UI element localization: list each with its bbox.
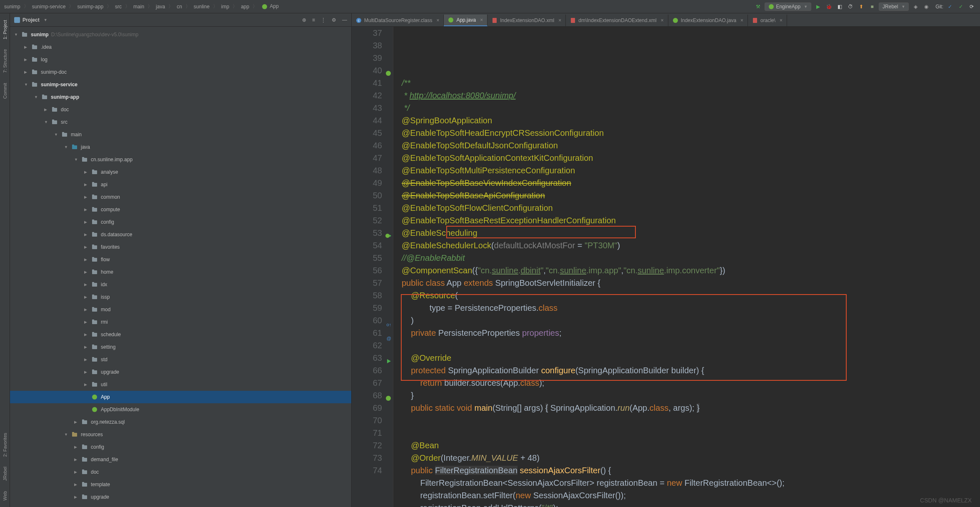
tree-node[interactable]: favorites <box>10 241 351 253</box>
code-line[interactable]: protected SpringApplicationBuilder confi… <box>402 364 980 377</box>
breadcrumb-item[interactable]: sunimp-service <box>31 4 67 10</box>
code-line[interactable]: @EnableTopSoftApplicationContextKitConfi… <box>402 152 980 164</box>
git-update-icon[interactable]: ✓ <box>946 2 954 11</box>
tree-node[interactable]: cn.sunline.imp.app <box>10 153 351 166</box>
run-button[interactable]: ▶ <box>814 2 822 11</box>
code-line[interactable]: registrationBean.addUrlPatterns("/*"); <box>402 502 980 507</box>
tree-node[interactable]: template <box>10 478 351 491</box>
git-history-icon[interactable]: ⟳ <box>968 2 976 11</box>
structure-tool-tab[interactable]: 7: Structure <box>2 46 8 76</box>
tree-node[interactable]: ds.datasource <box>10 228 351 241</box>
tree-node[interactable]: resources <box>10 428 351 441</box>
breadcrumb-item[interactable]: imp <box>220 4 230 10</box>
code-line[interactable]: @Resource( <box>402 289 980 302</box>
web-tool-tab[interactable]: Web <box>2 488 8 504</box>
gutter-marker-run[interactable] <box>385 230 391 235</box>
code-content[interactable]: /** * http://localhost:8080/sunimp/ */@S… <box>393 27 980 507</box>
close-tab-icon[interactable]: × <box>780 17 782 23</box>
debug-button[interactable]: 🐞 <box>825 2 833 11</box>
code-line[interactable]: @Bean <box>402 439 980 452</box>
select-opened-file-icon[interactable]: ⊕ <box>302 17 306 23</box>
code-line[interactable]: @EnableTopSoftBaseRestExceptionHandlerCo… <box>402 214 980 227</box>
tree-node[interactable]: sunimp-service <box>10 78 351 91</box>
attach-button[interactable]: ⬆ <box>857 2 865 11</box>
close-tab-icon[interactable]: × <box>740 17 743 23</box>
close-tab-icon[interactable]: × <box>480 17 483 23</box>
code-line[interactable]: @ComponentScan({"cn.sunline.dbinit","cn.… <box>402 264 980 277</box>
tree-node[interactable]: main <box>10 128 351 141</box>
tree-node[interactable]: sunimp-doc <box>10 66 351 78</box>
tree-node[interactable]: log <box>10 53 351 66</box>
editor-tab[interactable]: IndexExtensionDAO.java× <box>668 15 748 26</box>
settings-icon[interactable]: ⚙ <box>332 17 336 23</box>
tree-node[interactable]: common <box>10 191 351 203</box>
code-editor[interactable]: 3738394041424344454647484950515253545556… <box>352 27 980 507</box>
build-icon[interactable]: ⚒ <box>754 2 762 11</box>
code-line[interactable]: @EnableScheduling <box>402 227 980 239</box>
tree-node[interactable]: setting <box>10 341 351 353</box>
tree-node[interactable]: rmi <box>10 316 351 328</box>
code-line[interactable]: public FilterRegistrationBean sessionAja… <box>402 464 980 477</box>
editor-tab[interactable]: App.java× <box>444 15 488 26</box>
tree-node[interactable]: java <box>10 141 351 153</box>
code-line[interactable]: return builder.sources(App.class); <box>402 377 980 389</box>
tree-node[interactable]: .idea <box>10 41 351 53</box>
tree-node[interactable]: doc <box>10 103 351 116</box>
close-tab-icon[interactable]: × <box>558 17 561 23</box>
tree-node[interactable]: flow <box>10 253 351 266</box>
code-line[interactable]: @EnableTopSoftBaseApiConfiguration <box>402 189 980 202</box>
code-line[interactable]: @Override <box>402 352 980 364</box>
breadcrumb-item[interactable]: sunimp <box>3 4 21 10</box>
tree-node[interactable]: sunimpD:\Sunline\guangzhou\dev-v5.0\suni… <box>10 28 351 41</box>
editor-tab[interactable]: cMultiDataSourceRegister.class× <box>352 15 444 26</box>
tree-node[interactable]: org.netezza.sql <box>10 416 351 428</box>
breadcrumb-item[interactable]: src <box>114 4 122 10</box>
code-line[interactable]: FilterRegistrationBean<SessionAjaxCorsFi… <box>402 477 980 489</box>
breadcrumb-item[interactable]: sunline <box>193 4 210 10</box>
tree-node[interactable]: App <box>10 391 351 403</box>
code-line[interactable]: @EnableTopSoftDefaultJsonConfiguration <box>402 139 980 152</box>
commit-tool-tab[interactable]: Commit <box>2 80 8 102</box>
gutter-marker-over[interactable]: o↑ @ <box>385 317 391 323</box>
code-line[interactable]: @EnableTopSoftBaseViewIndexConfiguration <box>402 177 980 189</box>
breadcrumb-item[interactable]: main <box>132 4 145 10</box>
close-tab-icon[interactable]: × <box>436 17 439 23</box>
project-tool-tab[interactable]: 1: Project <box>2 17 8 42</box>
code-line[interactable]: @Order(Integer.MIN_VALUE + 48) <box>402 452 980 464</box>
tree-node[interactable]: config <box>10 216 351 228</box>
tree-node[interactable]: upgrade <box>10 491 351 503</box>
code-line[interactable]: @EnableTopSoftMultiPersistenceConfigurat… <box>402 164 980 177</box>
tree-node[interactable]: config <box>10 441 351 453</box>
code-line[interactable]: @EnableSchedulerLock(defaultLockAtMostFo… <box>402 239 980 252</box>
hide-panel-icon[interactable]: — <box>342 17 347 23</box>
collapse-all-icon[interactable]: ⋮ <box>321 17 326 23</box>
favorites-tool-tab[interactable]: 2: Favorites <box>2 430 8 460</box>
tree-node[interactable]: std <box>10 353 351 366</box>
code-line[interactable] <box>402 427 980 439</box>
code-line[interactable]: public class App extends SpringBootServl… <box>402 277 980 289</box>
editor-tab[interactable]: oracle\× <box>748 15 787 26</box>
code-line[interactable]: */ <box>402 102 980 114</box>
tree-node[interactable]: idx <box>10 278 351 291</box>
run-configuration-selector[interactable]: EngineApp▼ <box>765 2 811 11</box>
breadcrumb[interactable]: sunimp〉sunimp-service〉sunimp-app〉src〉mai… <box>0 3 754 10</box>
coverage-button[interactable]: ◧ <box>835 2 844 11</box>
git-commit-icon[interactable]: ✓ <box>957 2 965 11</box>
gutter-marker-spring[interactable] <box>385 67 391 73</box>
profiler-button[interactable]: ⏱ <box>846 2 855 11</box>
code-line[interactable]: type = PersistenceProperties.class <box>402 302 980 314</box>
code-line[interactable]: private PersistenceProperties properties… <box>402 327 980 339</box>
jrebel-tool-tab[interactable]: JRebel <box>2 463 8 484</box>
project-panel-title[interactable]: Project▼ <box>14 17 48 23</box>
breadcrumb-item[interactable]: app <box>240 4 250 10</box>
tree-node[interactable]: doc <box>10 466 351 478</box>
project-tree[interactable]: sunimpD:\Sunline\guangzhou\dev-v5.0\suni… <box>10 27 351 507</box>
code-line[interactable] <box>402 339 980 352</box>
code-line[interactable]: * http://localhost:8080/sunimp/ <box>402 89 980 102</box>
tree-node[interactable]: analyse <box>10 166 351 178</box>
tree-node[interactable]: upgrade <box>10 366 351 378</box>
tree-node[interactable]: compute <box>10 203 351 216</box>
breadcrumb-item[interactable]: cn <box>176 4 183 10</box>
tree-node[interactable]: demand_file <box>10 453 351 466</box>
tree-node[interactable]: sunimp-app <box>10 91 351 103</box>
